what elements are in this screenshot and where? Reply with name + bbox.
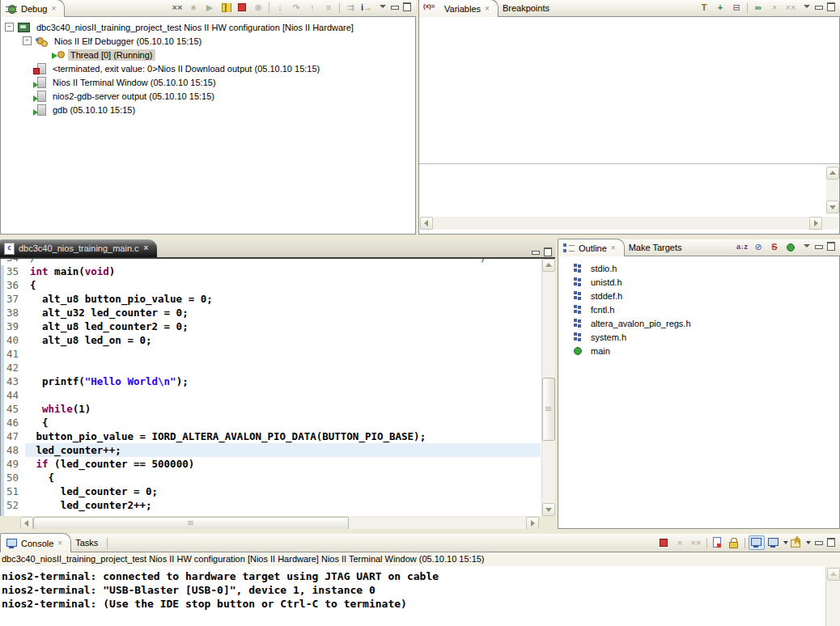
line-number[interactable]: 44 [4,388,25,402]
code-text[interactable]: printf("Hello World\n"); [25,374,541,388]
scroll-lock-icon[interactable] [727,536,741,549]
scroll-up-icon[interactable] [827,568,840,581]
editor-horizontal-scrollbar[interactable] [20,517,539,529]
maximize-icon[interactable] [403,2,412,11]
tab-make-targets[interactable]: Make Targets [625,239,689,256]
debug-tree-item[interactable]: Thread [0] (Running) [1,48,415,61]
close-icon[interactable]: × [50,5,57,13]
maximize-icon[interactable] [827,2,836,11]
pin-console-icon[interactable] [749,535,765,550]
minimize-icon[interactable] [815,242,824,250]
close-icon[interactable]: × [484,5,490,13]
code-text[interactable] [25,361,541,374]
debug-tree-item[interactable]: <terminated, exit value: 0>Nios II Downl… [1,61,415,75]
collapse-all-icon[interactable]: ⊟ [729,1,744,14]
variables-detail-pane[interactable] [419,167,826,214]
variables-tree-area[interactable] [419,17,839,164]
debug-tree-item[interactable]: gdb (05.10.10 15:15) [1,103,415,116]
step-over-icon[interactable]: ↷ [289,1,303,14]
console-output[interactable]: nios2-terminal: connected to hardware ta… [0,566,826,626]
dropdown-arrow-icon[interactable] [806,541,811,544]
code-text[interactable]: { [25,471,541,484]
code-text[interactable]: alt_u8 led_counter2 = 0; [25,319,541,333]
code-area[interactable]: 34/*************************************… [4,259,541,512]
disconnect-icon[interactable]: ⊗ [251,1,265,14]
line-number[interactable]: 37 [4,292,25,306]
minimize-icon[interactable] [532,247,541,256]
maximize-icon[interactable] [827,538,836,546]
use-step-filters-icon[interactable]: i→ [359,1,374,14]
line-number[interactable]: 45 [4,402,25,416]
scroll-right-icon[interactable] [526,517,539,530]
outline-item[interactable]: stdio.h [558,261,839,275]
dropdown-arrow-icon[interactable] [783,541,788,544]
remove-launch-icon[interactable]: × [672,536,687,549]
show-type-names-icon[interactable]: T [697,1,711,14]
scroll-up-icon[interactable] [542,259,555,272]
scroll-left-icon[interactable] [20,517,33,530]
code-text[interactable] [25,347,541,361]
minimize-icon[interactable] [815,2,824,11]
code-text[interactable]: while(1) [25,402,541,416]
remove-selected-global-variables-icon[interactable]: × [767,1,782,14]
terminate-icon[interactable] [656,536,671,549]
maximize-icon[interactable] [827,242,836,250]
outline-item[interactable]: unistd.h [558,275,839,289]
code-text[interactable]: led_counter = 0; [25,484,541,498]
remove-all-terminated-icon[interactable]: ×× [170,1,185,14]
open-console-icon[interactable] [789,536,804,549]
code-text[interactable]: /***************************************… [25,259,541,264]
tab-debug[interactable]: Debug × [0,0,65,17]
code-text[interactable]: alt_u8 led_on = 0; [25,333,541,347]
debug-tree-item[interactable]: −Nios II Elf Debugger (05.10.10 15:15) [1,34,415,48]
outline-item[interactable]: main [558,344,839,357]
code-text[interactable]: button_pio_value = IORD_ALTERA_AVALON_PI… [25,429,541,443]
scroll-thumb[interactable] [33,517,349,530]
minimize-icon[interactable] [391,2,400,11]
code-text[interactable]: alt_u32 led_counter = 0; [25,306,541,319]
tab-outline[interactable]: Outline × [558,239,625,256]
hide-static-members-icon[interactable]: S [767,240,782,253]
line-number[interactable]: 38 [4,306,25,319]
line-number[interactable]: 50 [4,471,25,484]
editor-vertical-scrollbar[interactable] [541,259,555,516]
instruction-stepping-icon[interactable]: ⇉ [343,1,358,14]
scroll-right-icon[interactable] [809,217,822,230]
scroll-up-icon[interactable] [826,167,839,180]
line-number[interactable]: 39 [4,319,25,333]
line-number[interactable]: 42 [4,361,25,374]
view-menu-icon[interactable] [803,2,812,11]
code-text[interactable]: alt_u8 button_pio_value = 0; [25,292,541,306]
console-vertical-scrollbar[interactable] [825,566,840,626]
line-number[interactable]: 47 [4,429,25,443]
scroll-down-icon[interactable] [826,201,839,214]
code-text[interactable]: int main(void) [25,264,541,278]
scroll-left-icon[interactable] [420,217,433,230]
show-logical-structure-icon[interactable]: ∞ [751,1,766,14]
tab-console[interactable]: Console × [0,533,71,552]
line-number[interactable]: 51 [4,484,25,498]
tab-breakpoints[interactable]: Breakpoints [498,0,557,16]
code-text[interactable] [25,388,541,402]
code-text[interactable]: if (led_counter == 500000) [25,457,541,471]
sort-alphabetically-icon[interactable]: a↓z [735,240,749,253]
remove-all-global-variables-icon[interactable]: ×× [783,1,798,14]
line-number[interactable]: 46 [4,416,25,429]
line-number[interactable]: 43 [4,374,25,388]
outline-item[interactable]: stddef.h [558,289,839,302]
code-text[interactable]: { [25,416,541,429]
outline-item[interactable]: altera_avalon_pio_regs.h [558,316,839,330]
debug-tree-item[interactable]: −dbc3c40_niosII_training_project_test Ni… [1,20,415,34]
line-number[interactable]: 52 [4,498,25,512]
step-return-icon[interactable]: ↑ [305,1,320,14]
remove-all-terminated-icon[interactable]: ×× [689,536,703,549]
view-menu-icon[interactable] [379,2,388,11]
tab-variables[interactable]: (x)= Variables × [418,0,498,17]
hide-non-public-members-icon[interactable] [783,240,798,253]
line-number[interactable]: 34 [4,259,25,264]
outline-item[interactable]: fcntl.h [558,302,839,316]
clear-console-icon[interactable] [711,536,725,549]
variables-horizontal-scrollbar[interactable] [420,217,838,230]
code-text[interactable]: led_counter++; [25,443,541,457]
minimize-icon[interactable] [815,538,824,546]
